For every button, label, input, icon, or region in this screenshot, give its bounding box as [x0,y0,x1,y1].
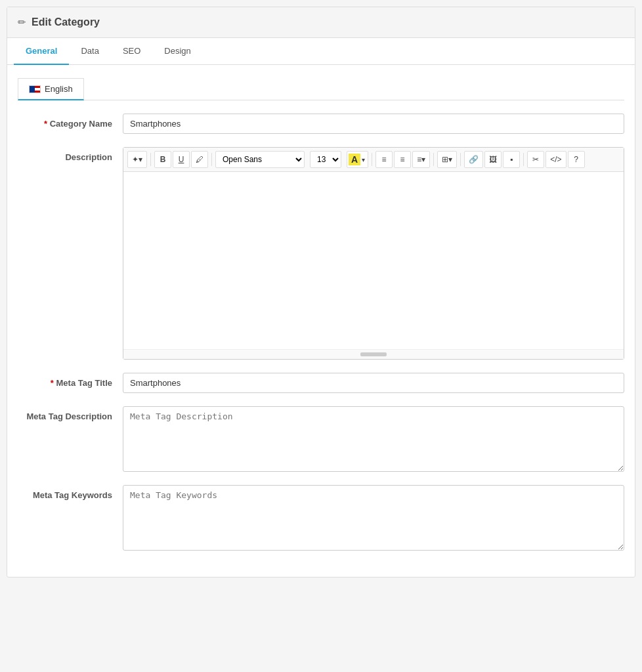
image-btn[interactable]: 🖼 [484,151,502,168]
tab-design[interactable]: Design [152,38,202,65]
page-title: Edit Category [32,16,100,28]
description-label: Description [18,147,123,162]
separator-6 [523,153,524,166]
underline-toolbar-btn[interactable]: U [173,151,190,168]
description-group: Description ✦▾ B U 🖊 Open Sans Arial Tim… [18,147,624,360]
scissors-btn[interactable]: ✂ [527,151,544,168]
separator-4 [433,153,434,166]
lang-tab-english[interactable]: English [18,78,84,100]
meta-tag-keywords-group: Meta Tag Keywords [18,485,624,551]
help-btn[interactable]: ? [568,151,585,168]
separator-3 [372,153,372,166]
meta-tag-title-label: Meta Tag Title [18,373,123,388]
tab-seo[interactable]: SEO [111,38,152,65]
content-area: English Category Name Description ✦▾ B U… [7,65,635,577]
lang-tab-bar: English [18,78,624,100]
magic-toolbar-btn[interactable]: ✦▾ [127,151,147,168]
bold-toolbar-btn[interactable]: B [154,151,171,168]
meta-tag-description-textarea[interactable] [123,406,624,472]
page-header: ✏ Edit Category [7,7,635,38]
lang-tab-label: English [45,84,73,94]
description-editor: ✦▾ B U 🖊 Open Sans Arial Times New Roman… [123,147,624,360]
meta-tag-description-label: Meta Tag Description [18,406,123,421]
category-name-label: Category Name [18,114,123,129]
editor-body[interactable] [123,172,624,349]
link-btn[interactable]: 🔗 [464,151,483,168]
font-color-btn[interactable]: A ▾ [347,151,368,168]
font-color-letter: A [349,154,360,165]
page-wrapper: ✏ Edit Category General Data SEO Design … [7,7,635,578]
separator-1 [150,153,151,166]
media-btn[interactable]: ▪ [503,151,520,168]
editor-footer [123,349,624,359]
meta-tag-title-group: Meta Tag Title [18,373,624,393]
separator-5 [460,153,461,166]
separator-2 [211,153,212,166]
ordered-list-btn[interactable]: ≡ [394,151,411,168]
editor-toolbar: ✦▾ B U 🖊 Open Sans Arial Times New Roman… [123,148,624,172]
unordered-list-btn[interactable]: ≡ [375,151,393,168]
edit-icon: ✏ [18,16,26,28]
english-flag-icon [29,85,41,93]
table-btn[interactable]: ⊞▾ [437,151,457,168]
code-btn[interactable]: </> [546,151,566,168]
meta-tag-title-input[interactable] [123,373,624,393]
tab-data[interactable]: Data [69,38,110,65]
meta-tag-keywords-label: Meta Tag Keywords [18,485,123,500]
align-btn[interactable]: ≡▾ [412,151,430,168]
font-color-dropdown-icon: ▾ [360,156,366,163]
category-name-input[interactable] [123,114,624,134]
meta-tag-keywords-textarea[interactable] [123,485,624,551]
resize-handle [360,352,387,356]
eraser-toolbar-btn[interactable]: 🖊 [191,151,208,168]
category-name-group: Category Name [18,114,624,134]
tab-general[interactable]: General [14,38,69,65]
tabs-bar: General Data SEO Design [7,38,635,65]
font-size-select[interactable]: 13 10 12 14 16 [310,151,341,168]
font-family-select[interactable]: Open Sans Arial Times New Roman [215,151,305,168]
meta-tag-description-group: Meta Tag Description [18,406,624,472]
